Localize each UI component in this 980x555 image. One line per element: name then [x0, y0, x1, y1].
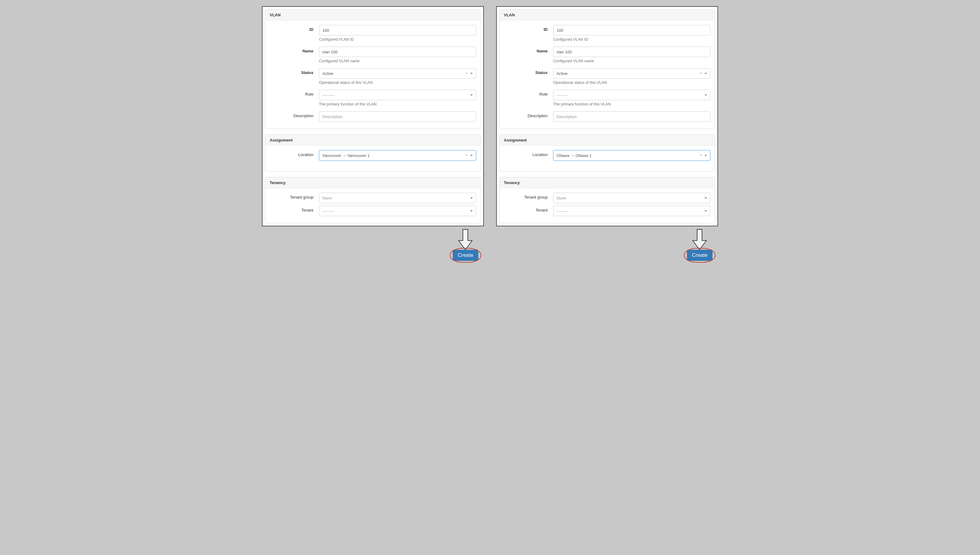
tenant-value: ---------	[322, 209, 470, 213]
role-value: ---------	[556, 93, 705, 98]
tenant-group-select[interactable]: None	[319, 193, 476, 203]
chevron-down-icon	[705, 197, 707, 199]
tenant-value: ---------	[556, 209, 705, 213]
tenant-group-value: None	[556, 196, 705, 201]
tenant-select[interactable]: ---------	[319, 206, 476, 216]
assignment-panel-title: Assignment	[500, 135, 715, 146]
role-value: ---------	[322, 93, 470, 98]
chevron-down-icon	[470, 155, 473, 156]
assignment-panel: Assignment Location Vancouver → Vancouve…	[265, 135, 481, 172]
tenant-select[interactable]: ---------	[553, 206, 710, 216]
location-label: Location	[504, 150, 553, 157]
status-label: Status	[504, 68, 553, 75]
location-select[interactable]: Vancouver → Vancouver 1 ×	[319, 150, 476, 160]
id-input[interactable]	[553, 25, 710, 35]
vlan-panel: VLAN ID Configured VLAN ID Name Confi	[499, 9, 715, 129]
tenant-group-value: None	[322, 196, 470, 201]
tenant-label: Tenant	[504, 206, 553, 212]
chevron-down-icon	[470, 210, 473, 212]
chevron-down-icon	[470, 95, 473, 96]
status-help: Operational status of this VLAN	[319, 80, 476, 85]
chevron-down-icon	[470, 197, 473, 199]
location-label: Location	[270, 150, 319, 157]
name-help: Configured VLAN name	[553, 59, 710, 63]
role-label: Role	[504, 90, 553, 96]
name-label: Name	[270, 47, 319, 53]
tenant-group-label: Tenant group	[270, 193, 319, 199]
description-label: Description	[270, 111, 319, 118]
vlan-panel: VLAN ID Configured VLAN ID Name Confi	[265, 9, 481, 129]
role-help: The primary function of this VLAN	[553, 102, 710, 106]
id-input[interactable]	[319, 25, 476, 35]
name-label: Name	[504, 47, 553, 53]
tenant-label: Tenant	[270, 206, 319, 212]
tenancy-panel: Tenancy Tenant group None Tenant	[499, 177, 715, 223]
name-help: Configured VLAN name	[319, 59, 476, 63]
create-button[interactable]: Create	[453, 250, 478, 261]
chevron-down-icon	[705, 95, 707, 96]
name-input[interactable]	[553, 47, 710, 57]
vlan-panel-title: VLAN	[500, 10, 715, 21]
clear-icon[interactable]: ×	[700, 72, 702, 75]
description-label: Description	[504, 111, 553, 118]
chevron-down-icon	[470, 73, 473, 74]
name-input[interactable]	[319, 47, 476, 57]
role-label: Role	[270, 90, 319, 96]
tenancy-panel: Tenancy Tenant group None Tenant	[265, 177, 481, 223]
tenancy-panel-title: Tenancy	[500, 177, 715, 188]
tenancy-panel-title: Tenancy	[265, 177, 480, 188]
status-value: Active	[556, 71, 700, 76]
clear-icon[interactable]: ×	[700, 154, 702, 157]
create-button[interactable]: Create	[687, 250, 713, 261]
location-value: Vancouver → Vancouver 1	[322, 153, 466, 158]
description-input[interactable]	[553, 111, 710, 122]
form-box: VLAN ID Configured VLAN ID Name Confi	[496, 6, 718, 226]
location-select[interactable]: Ottawa → Ottawa 1 ×	[553, 150, 710, 160]
vlan-form-right: VLAN ID Configured VLAN ID Name Confi	[496, 6, 718, 261]
role-select[interactable]: ---------	[553, 90, 710, 100]
role-select[interactable]: ---------	[319, 90, 476, 100]
form-box: VLAN ID Configured VLAN ID Name Confi	[262, 6, 484, 226]
arrow-down-icon	[496, 228, 718, 251]
location-value: Ottawa → Ottawa 1	[556, 153, 700, 158]
vlan-form-left: VLAN ID Configured VLAN ID Name Confi	[262, 6, 484, 261]
clear-icon[interactable]: ×	[466, 72, 468, 75]
id-label: ID	[504, 25, 553, 32]
status-select[interactable]: Active ×	[319, 68, 476, 79]
chevron-down-icon	[705, 73, 707, 74]
id-help: Configured VLAN ID	[553, 37, 710, 42]
status-value: Active	[322, 71, 466, 76]
status-select[interactable]: Active ×	[553, 68, 710, 79]
assignment-panel-title: Assignment	[265, 135, 480, 146]
description-input[interactable]	[319, 111, 476, 122]
id-help: Configured VLAN ID	[319, 37, 476, 42]
clear-icon[interactable]: ×	[466, 154, 468, 157]
status-label: Status	[270, 68, 319, 75]
chevron-down-icon	[705, 210, 707, 212]
status-help: Operational status of this VLAN	[553, 80, 710, 85]
arrow-down-icon	[262, 228, 484, 251]
chevron-down-icon	[705, 155, 707, 156]
role-help: The primary function of this VLAN	[319, 102, 476, 106]
assignment-panel: Assignment Location Ottawa → Ottawa 1 ×	[499, 135, 715, 172]
vlan-panel-title: VLAN	[265, 10, 480, 21]
tenant-group-label: Tenant group	[504, 193, 553, 199]
id-label: ID	[270, 25, 319, 32]
tenant-group-select[interactable]: None	[553, 193, 710, 203]
